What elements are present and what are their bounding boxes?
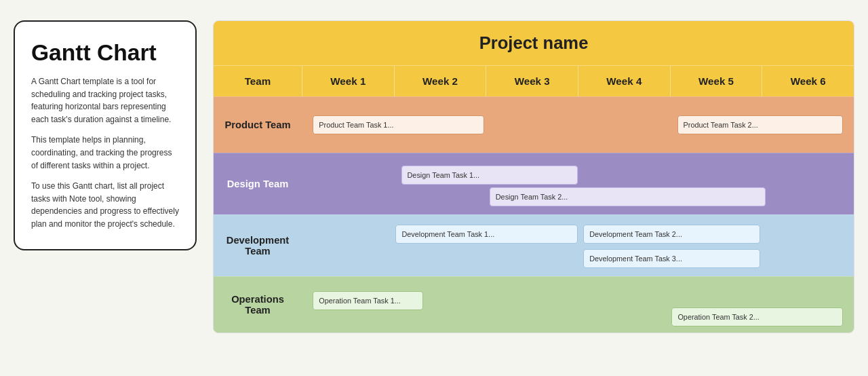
week-2-header: Week 2 [394,66,486,96]
dev-task-2: Development Team Task 2... [583,225,760,244]
product-tasks-area: Product Team Task 1... Product Team Task… [302,97,854,153]
design-tasks-area: Design Team Task 1... Design Team Task 2… [302,153,854,214]
product-task-1: Product Team Task 1... [313,115,484,134]
design-team-row: Design Team Design Team Task 1... Design… [214,153,854,214]
operations-team-label: Operations Team [214,277,302,333]
product-team-row: Product Team Product Team Task 1... Prod… [214,96,854,153]
design-team-label: Design Team [214,153,302,214]
team-column-header: Team [214,66,302,96]
operations-tasks-area: Operation Team Task 1... Operation Team … [302,277,854,333]
gantt-chart: Project name Team Week 1 Week 2 Week 3 W… [213,20,854,333]
dev-task-1: Development Team Task 1... [395,225,578,244]
card-para-3: To use this Gantt chart, list all projec… [31,180,179,230]
design-task-2: Design Team Task 2... [490,187,766,206]
project-name: Project name [479,33,589,53]
dev-task-3: Development Team Task 3... [583,249,760,268]
card-para-2: This template helps in planning, coordin… [31,134,179,172]
week-4-header: Week 4 [578,66,670,96]
week-5-header: Week 5 [670,66,762,96]
ops-task-1: Operation Team Task 1... [313,291,423,310]
week-3-header: Week 3 [486,66,578,96]
development-team-row: Development Team Development Team Task 1… [214,214,854,276]
operations-team-row: Operations Team Operation Team Task 1...… [214,276,854,333]
development-tasks-area: Development Team Task 1... Development T… [302,215,854,276]
card-title: Gantt Chart [31,41,179,66]
card-para-1: A Gantt Chart template is a tool for sch… [31,75,179,126]
development-team-label: Development Team [214,215,302,276]
project-name-row: Project name [214,21,854,65]
weeks-header-row: Team Week 1 Week 2 Week 3 Week 4 Week 5 … [214,65,854,96]
product-task-2: Product Team Task 2... [677,115,843,134]
product-team-label: Product Team [214,97,302,153]
info-card: Gantt Chart A Gantt Chart template is a … [14,20,197,250]
ops-task-2: Operation Team Task 2... [671,307,842,326]
week-6-header: Week 6 [762,66,854,96]
design-task-1: Design Team Task 1... [401,166,578,185]
week-1-header: Week 1 [302,66,394,96]
